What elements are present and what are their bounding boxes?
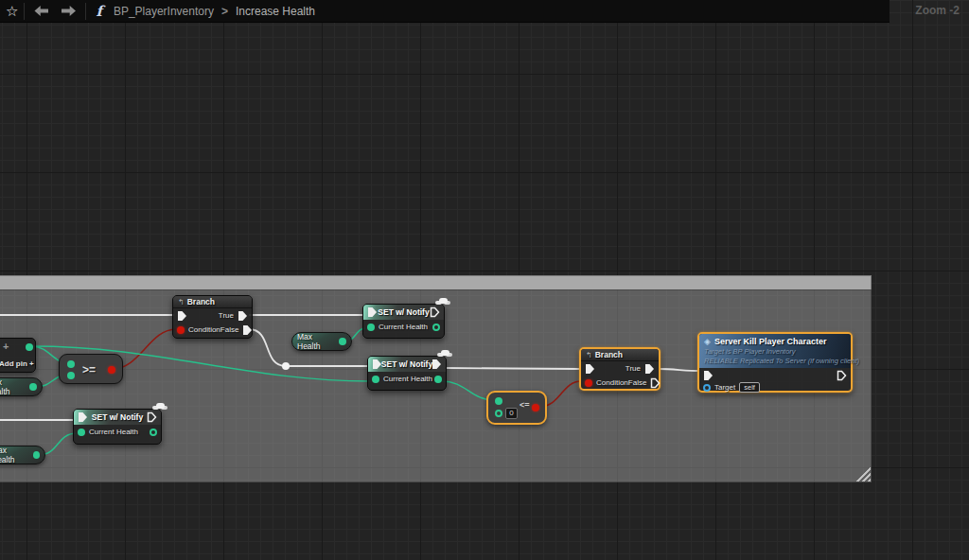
exec-in-pin[interactable] <box>585 363 595 375</box>
ge-operator-glyph: >= <box>82 363 96 376</box>
true-exec-pin[interactable] <box>238 310 248 322</box>
le-input-a-pin[interactable] <box>495 397 502 405</box>
node-get-max-health-1[interactable]: Max Health <box>0 377 43 396</box>
function-graph-icon: f <box>96 3 101 20</box>
ge-output-pin[interactable] <box>108 366 115 374</box>
branch-title: Branch <box>595 350 623 359</box>
toolbar-divider <box>85 3 86 20</box>
server-kill-subtitle-replication: RELIABLE Replicated To Server (if owning… <box>704 357 846 365</box>
current-health-in-pin[interactable] <box>367 324 375 331</box>
exec-in-pin[interactable] <box>78 411 88 423</box>
node-set-notify-1[interactable]: SET w/ Notify Current Health <box>362 304 445 339</box>
variable-label: Max Health <box>0 446 29 464</box>
current-health-label: Current Health <box>379 323 428 331</box>
max-health-output-pin[interactable] <box>33 451 40 459</box>
current-health-out-pin[interactable] <box>432 324 440 331</box>
graph-toolbar: ☆ f BP_PlayerInventory > Increase Health <box>0 0 890 23</box>
true-label: True <box>625 364 641 373</box>
add-watermark-icon: + <box>3 341 9 352</box>
current-health-in-pin[interactable] <box>78 429 85 436</box>
rep-notify-cloud-icon <box>439 298 448 304</box>
true-exec-pin[interactable] <box>644 363 655 375</box>
server-kill-subtitle-target: Target is BP Player Inventory <box>704 347 846 356</box>
exec-in-pin[interactable] <box>703 370 714 381</box>
node-greater-equal[interactable]: >= <box>59 354 123 384</box>
max-health-output-pin[interactable] <box>29 383 37 391</box>
current-health-in-pin[interactable] <box>372 376 379 383</box>
node-get-max-health-3[interactable]: Max Health <box>0 446 45 464</box>
branch-icon: ↰ <box>178 298 185 306</box>
exec-out-pin[interactable] <box>430 306 440 318</box>
zoom-level-indicator: Zoom -2 <box>915 4 960 17</box>
node-less-equal[interactable]: 0 <= <box>486 391 547 425</box>
node-branch-2[interactable]: ↰ Branch True Condition False <box>579 347 661 391</box>
breadcrumb-current[interactable]: Increase Health <box>236 5 315 18</box>
node-set-notify-2[interactable]: SET w/ Notify Current Health <box>367 356 447 391</box>
node-set-notify-3[interactable]: SET w/ Notify Current Health <box>73 409 162 445</box>
server-kill-title: Server Kill Player Character <box>714 337 827 346</box>
node-server-kill-player-character[interactable]: ◈ Server Kill Player Character Target is… <box>697 332 853 393</box>
exec-in-pin[interactable] <box>372 359 382 370</box>
exec-in-pin[interactable] <box>177 310 187 322</box>
target-label: Target <box>714 383 735 392</box>
target-pin[interactable] <box>703 384 711 392</box>
condition-label: Condition <box>188 325 220 334</box>
current-health-label: Current Health <box>89 428 138 436</box>
variable-label: Max Health <box>0 377 26 396</box>
true-label: True <box>219 311 234 320</box>
toolbar-divider <box>24 3 25 20</box>
add-pin-label[interactable]: Add pin + <box>0 359 34 368</box>
le-default-value-field[interactable]: 0 <box>505 408 518 419</box>
le-input-b-pin[interactable] <box>495 410 502 417</box>
exec-out-pin[interactable] <box>432 359 442 370</box>
condition-pin[interactable] <box>585 379 592 387</box>
exec-out-pin[interactable] <box>837 370 847 381</box>
reroute-node[interactable] <box>282 362 290 370</box>
max-health-output-pin[interactable] <box>339 338 346 345</box>
false-label: False <box>220 325 239 334</box>
back-arrow-icon[interactable] <box>34 6 48 16</box>
exec-out-pin[interactable] <box>147 411 157 423</box>
node-add[interactable]: + Add pin + <box>0 338 36 373</box>
condition-label: Condition <box>596 378 628 387</box>
comment-box-title-bar[interactable] <box>0 275 872 289</box>
false-exec-pin[interactable] <box>650 377 661 389</box>
ge-input-a-pin[interactable] <box>67 360 75 368</box>
branch-title: Branch <box>187 297 215 306</box>
rep-notify-cloud-icon <box>441 350 449 356</box>
target-value-field[interactable]: self <box>739 382 760 393</box>
add-output-pin[interactable] <box>26 343 33 351</box>
false-exec-pin[interactable] <box>242 324 253 336</box>
current-health-out-pin[interactable] <box>150 429 157 436</box>
breadcrumb-root[interactable]: BP_PlayerInventory <box>114 5 214 18</box>
le-output-pin[interactable] <box>532 404 539 411</box>
ge-input-b-pin[interactable] <box>67 372 75 379</box>
variable-label: Max Health <box>297 332 335 351</box>
node-get-max-health-2[interactable]: Max Health <box>291 332 352 351</box>
current-health-label: Current Health <box>383 375 432 383</box>
current-health-out-pin[interactable] <box>434 376 442 383</box>
function-call-icon: ◈ <box>704 337 711 346</box>
branch-icon: ↰ <box>586 351 592 359</box>
node-branch-1[interactable]: ↰ Branch True Condition False <box>172 295 253 339</box>
le-operator-glyph: <= <box>520 400 530 410</box>
exec-in-pin[interactable] <box>367 306 378 318</box>
favorite-star-icon[interactable]: ☆ <box>6 4 18 18</box>
false-label: False <box>628 378 647 387</box>
condition-pin[interactable] <box>177 326 185 334</box>
forward-arrow-icon[interactable] <box>62 6 76 16</box>
breadcrumb-separator-icon: > <box>221 5 228 18</box>
rep-notify-cloud-icon <box>156 403 165 409</box>
blueprint-editor: ☆ f BP_PlayerInventory > Increase Health… <box>0 0 969 560</box>
